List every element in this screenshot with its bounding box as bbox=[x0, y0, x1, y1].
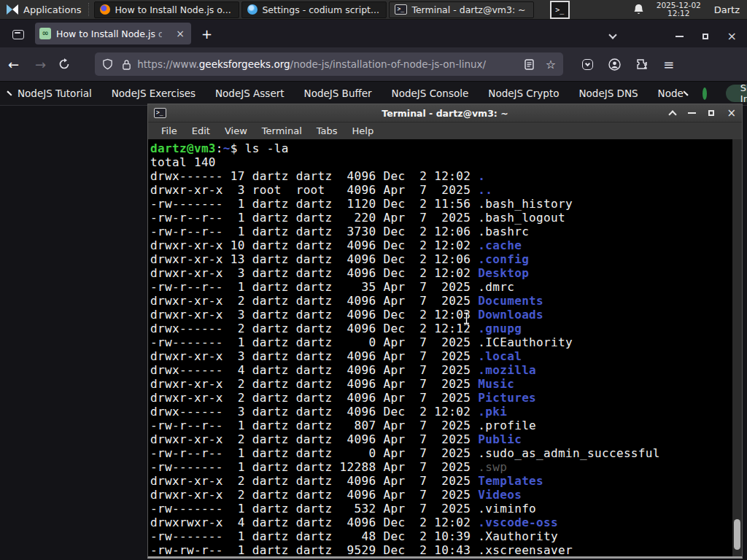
window-close-button[interactable]: × bbox=[727, 33, 737, 40]
window-shade-button[interactable] bbox=[669, 110, 677, 118]
site-nav-link[interactable]: NodeJS DNS bbox=[578, 88, 638, 99]
desktop-panel: Applications How to Install Node.js o...… bbox=[0, 0, 747, 20]
pocket-chevron bbox=[585, 61, 590, 66]
menu-terminal[interactable]: Terminal bbox=[255, 125, 309, 136]
terminal-scrollbar[interactable] bbox=[732, 139, 742, 556]
new-tab-button[interactable]: + bbox=[201, 26, 212, 42]
url-text: https://www.geeksforgeeks.org/node-js/in… bbox=[137, 58, 519, 70]
back-button[interactable]: ← bbox=[0, 57, 27, 72]
terminal-output-line: drwx------ 17 dartz dartz 4096 Dec 2 12:… bbox=[150, 169, 742, 183]
url-path: /node-js/installation-of-node-js-on-linu… bbox=[290, 58, 487, 70]
applications-menu-button[interactable]: Applications bbox=[0, 0, 87, 20]
panel-separator bbox=[88, 3, 91, 16]
site-nav-link[interactable]: NodeJS Crypto bbox=[488, 88, 559, 99]
terminal-output-line: drwxr-xr-x 3 dartz dartz 4096 Dec 2 12:0… bbox=[150, 266, 742, 280]
firefox-view-icon bbox=[12, 30, 24, 39]
terminal-output-line: -rw------- 1 dartz dartz 48 Dec 2 10:39 … bbox=[150, 529, 742, 543]
taskbar-window-title: Terminal - dartz@vm3: ~ bbox=[411, 4, 525, 15]
terminal-output-line: -rw------- 1 dartz dartz 1120 Dec 2 11:5… bbox=[150, 197, 742, 211]
terminal-output-line: -rw-rw-r-- 1 dartz dartz 9529 Dec 2 10:4… bbox=[150, 543, 742, 556]
terminal-content[interactable]: dartz@vm3:~$ ls -latotal 140drwx------ 1… bbox=[148, 139, 742, 556]
terminal-window: >_ Terminal - dartz@vm3: ~ × File Edit V… bbox=[147, 104, 743, 559]
site-nav-link[interactable]: NodeJS Assert bbox=[215, 88, 285, 99]
terminal-output-line: drwx------ 3 dartz dartz 4096 Dec 2 12:0… bbox=[150, 405, 742, 419]
site-nav-link[interactable]: NodeJS Tutorial bbox=[18, 88, 92, 99]
site-navigation-bar: NodeJS Tutorial NodeJS Exercises NodeJS … bbox=[0, 82, 747, 106]
browser-toolbar: ← → https://www.geeksforgeeks.org/node-j… bbox=[0, 47, 747, 82]
lock-icon[interactable] bbox=[122, 59, 131, 70]
notification-bell-icon[interactable] bbox=[632, 4, 645, 16]
terminal-output-line: drwxr-xr-x 10 dartz dartz 4096 Dec 2 12:… bbox=[150, 238, 742, 252]
browser-tab-active[interactable]: ∞ How to Install Node.js on × bbox=[35, 23, 191, 44]
site-nav-link[interactable]: NodeJS Buffer bbox=[304, 88, 372, 99]
terminal-output-line: drwx------ 2 dartz dartz 4096 Dec 2 12:1… bbox=[150, 322, 742, 335]
window-close-button[interactable]: × bbox=[727, 109, 736, 117]
window-minimize-button[interactable] bbox=[688, 112, 696, 114]
distro-logo-icon bbox=[6, 4, 19, 15]
mouse-ibeam-cursor bbox=[462, 312, 471, 324]
terminal-icon: >_ bbox=[395, 4, 407, 15]
terminal-output-line: dartz@vm3:~$ ls -la bbox=[150, 141, 742, 155]
browser-tab-bar: ∞ How to Install Node.js on × + × bbox=[0, 20, 747, 47]
extensions-puzzle-icon[interactable] bbox=[636, 58, 648, 70]
tab-close-button[interactable]: × bbox=[174, 28, 187, 39]
terminal-output-line: drwxr-xr-x 2 dartz dartz 4096 Apr 7 2025… bbox=[150, 377, 742, 391]
menu-edit[interactable]: Edit bbox=[185, 125, 217, 136]
terminal-output-line: -rw------- 1 dartz dartz 12288 Apr 7 202… bbox=[150, 460, 742, 474]
menu-tabs[interactable]: Tabs bbox=[309, 125, 345, 136]
tab-title: How to Install Node.js on bbox=[56, 28, 162, 39]
terminal-output-line: drwxr-xr-x 2 dartz dartz 4096 Apr 7 2025… bbox=[150, 488, 742, 502]
firefox-view-button[interactable] bbox=[7, 24, 29, 44]
search-icon[interactable] bbox=[703, 88, 707, 100]
site-nav-link[interactable]: NodeJS Exercises bbox=[112, 88, 196, 99]
menu-help[interactable]: Help bbox=[345, 125, 382, 136]
nav-scroll-right-icon[interactable] bbox=[683, 90, 688, 96]
terminal-output-line: drwxr-xr-x 2 dartz dartz 4096 Apr 7 2025… bbox=[150, 474, 742, 488]
terminal-output-line: total 140 bbox=[150, 155, 742, 169]
bookmark-star-icon[interactable]: ☆ bbox=[546, 58, 556, 71]
panel-clock[interactable]: 2025-12-02 12:12 bbox=[657, 1, 701, 18]
reload-icon[interactable] bbox=[58, 58, 70, 70]
taskbar-button-vscodium[interactable]: Settings - codium script... bbox=[241, 1, 387, 18]
list-all-tabs-chevron-icon[interactable] bbox=[608, 31, 616, 39]
terminal-output-line: drwxr-xr-x 13 dartz dartz 4096 Dec 2 12:… bbox=[150, 252, 742, 266]
terminal-output-line: drwx------ 4 dartz dartz 4096 Apr 7 2025… bbox=[150, 363, 742, 377]
forward-button[interactable]: → bbox=[27, 57, 54, 72]
terminal-output-line: -rw-r--r-- 1 dartz dartz 35 Apr 7 2025 .… bbox=[150, 280, 742, 294]
taskbar-button-firefox[interactable]: How to Install Node.js o... bbox=[94, 1, 239, 18]
window-minimize-button[interactable] bbox=[676, 36, 684, 37]
terminal-output-line: drwxr-xr-x 3 dartz dartz 4096 Dec 2 12:0… bbox=[150, 308, 742, 322]
reader-mode-icon[interactable] bbox=[525, 59, 534, 70]
terminal-titlebar[interactable]: >_ Terminal - dartz@vm3: ~ × bbox=[148, 104, 742, 122]
tab-title-fade bbox=[152, 23, 172, 44]
pocket-save-icon[interactable] bbox=[582, 59, 593, 70]
url-domain: geeksforgeeks.org bbox=[199, 58, 290, 70]
terminal-output-line: drwxr-xr-x 2 dartz dartz 4096 Apr 7 2025… bbox=[150, 391, 742, 405]
terminal-output-line: drwxr-xr-x 3 root root 4096 Apr 7 2025 .… bbox=[150, 183, 742, 197]
terminal-menubar: File Edit View Terminal Tabs Help bbox=[148, 122, 742, 139]
sign-in-button[interactable]: Sign In bbox=[726, 85, 747, 102]
account-icon[interactable] bbox=[608, 58, 621, 71]
clock-time: 12:12 bbox=[657, 9, 701, 18]
nav-scroll-left-icon[interactable] bbox=[7, 90, 12, 96]
terminal-output-line: -rw-r--r-- 1 dartz dartz 220 Apr 7 2025 … bbox=[150, 211, 742, 225]
menu-hamburger-icon[interactable]: ≡ bbox=[663, 57, 674, 72]
terminal-output-line: -rw------- 1 dartz dartz 0 Apr 7 2025 .I… bbox=[150, 335, 742, 349]
window-maximize-button[interactable] bbox=[703, 34, 708, 39]
firefox-icon bbox=[100, 4, 110, 15]
menu-file[interactable]: File bbox=[154, 125, 185, 136]
terminal-output-line: drwxr-xr-x 2 dartz dartz 4096 Apr 7 2025… bbox=[150, 432, 742, 446]
site-nav-link[interactable]: Node bbox=[658, 88, 684, 99]
user-menu[interactable]: Dartz bbox=[714, 4, 740, 15]
terminal-scrollbar-thumb[interactable] bbox=[734, 519, 740, 550]
terminal-output: dartz@vm3:~$ ls -latotal 140drwx------ 1… bbox=[148, 139, 742, 556]
applications-label: Applications bbox=[23, 4, 81, 15]
tray-terminal-launcher[interactable]: >_ bbox=[550, 1, 570, 19]
window-maximize-button[interactable] bbox=[708, 110, 714, 116]
taskbar-window-title: How to Install Node.js o... bbox=[115, 4, 231, 15]
tracking-shield-icon[interactable] bbox=[102, 58, 113, 70]
site-nav-link[interactable]: NodeJS Console bbox=[392, 88, 469, 99]
menu-view[interactable]: View bbox=[217, 125, 255, 136]
taskbar-button-terminal[interactable]: >_ Terminal - dartz@vm3: ~ bbox=[389, 1, 534, 18]
url-bar[interactable]: https://www.geeksforgeeks.org/node-js/in… bbox=[95, 52, 563, 76]
